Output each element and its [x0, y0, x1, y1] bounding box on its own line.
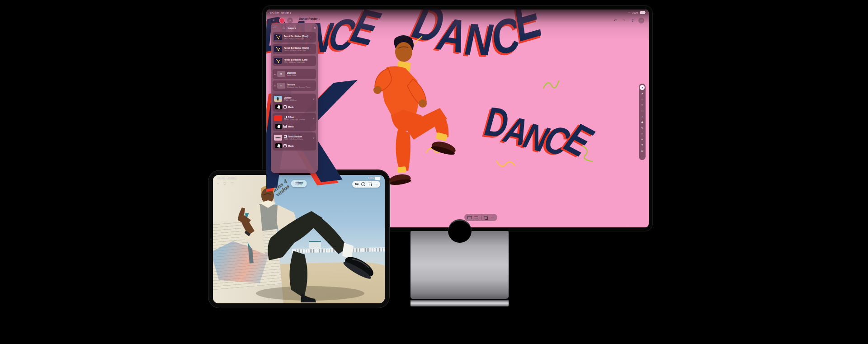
layer-row[interactable]: ✦DuotoneFalse Color — [274, 70, 315, 78]
ipad-status-right: ◠ 100% — [365, 177, 380, 180]
effects-badge-icon: ✦ — [274, 85, 277, 87]
tool-shape-icon[interactable]: ▢ — [640, 108, 645, 113]
layers-panel-header: ⋯ ☷ Layers × — [273, 25, 316, 31]
layer-tile: Dancer2741 × 4108 px∨Mask — [273, 94, 316, 112]
layer-tile: Pencil Scribbles (Right)1864 × 1178 px, … — [273, 44, 316, 54]
more-options-icon[interactable]: ⋯ — [374, 183, 377, 186]
canvas-size-icon[interactable] — [467, 216, 472, 219]
adjustments-icon[interactable] — [474, 216, 478, 219]
layer-row[interactable]: Foot Shadow754.6 × 25.3 px, Effects∨ — [274, 133, 315, 142]
layer-thumbnail — [277, 71, 285, 77]
document-status: Edited — [299, 21, 320, 23]
panel-grid-icon[interactable]: ☷ — [283, 26, 285, 29]
mask-row[interactable]: Mask — [274, 103, 315, 111]
ipad-date: Tue Apr 1 — [227, 177, 237, 179]
ipad-camera — [210, 239, 212, 240]
poster-canvas[interactable]: DANCE DANCE K DANCE — [266, 9, 649, 227]
favorite-heart-icon[interactable]: ♡ — [231, 181, 234, 185]
photo-toolbar-right: i ⋯ — [352, 181, 381, 188]
mask-row[interactable]: Mask — [274, 123, 315, 130]
more-button[interactable]: ⋯ — [638, 18, 644, 24]
photo-date-badge[interactable]: Friday 6:23 PM — [291, 180, 307, 187]
panel-more-button[interactable]: ⋯ — [273, 26, 279, 30]
group-stack-icon — [284, 135, 287, 138]
display-time: 9:41 AM — [270, 11, 279, 14]
tool-star-icon[interactable]: ★ — [640, 103, 645, 108]
layer-tile: Foot Shadow754.6 × 25.3 px, Effects∨Mask — [273, 132, 316, 151]
document-title-block[interactable]: Dance Poster ∨ Edited — [299, 17, 320, 23]
mask-label: Mask — [288, 106, 294, 108]
layer-row[interactable]: Offset4308 × 2736.8 px, Darken∨ — [274, 114, 315, 123]
tool-crop-icon[interactable]: ⊡ — [640, 149, 645, 153]
share-button[interactable]: ⇧ — [630, 19, 635, 23]
tool-arrow-icon[interactable]: ➤ — [640, 91, 645, 96]
layer-tile: ✦TextureSharpen, Line Screen, Post… — [273, 80, 316, 91]
chevron-down-icon[interactable]: ∨ — [313, 98, 315, 100]
share-icon[interactable]: ⇧ — [223, 181, 226, 185]
back-button[interactable]: ‹ — [271, 18, 277, 24]
tool-more-icon[interactable]: ⋯ — [640, 155, 645, 159]
display-date: Tue Apr 1 — [281, 11, 291, 14]
trash-icon[interactable] — [368, 183, 372, 186]
document-thumbnail-button[interactable] — [279, 18, 285, 24]
layer-row[interactable]: Pencil Scribbles (Right)1864 × 1178 px, … — [274, 45, 315, 53]
layer-row[interactable]: Pencil Scribbles (Left)770 × 1696 px, Vi… — [274, 57, 315, 65]
layer-tile: Pencil Scribbles (Foot)636 × 409 px, Viv… — [273, 32, 316, 42]
layer-info: False Color — [287, 74, 315, 76]
chevron-down-icon[interactable]: ∨ — [313, 137, 315, 139]
layers-list: Pencil Scribbles (Foot)636 × 409 px, Viv… — [273, 32, 316, 151]
layer-thumbnail — [274, 115, 282, 121]
tool-fill-icon[interactable]: ◐ — [640, 132, 645, 136]
tool-pencil-icon[interactable]: ✎ — [640, 126, 645, 130]
mask-badge-icon — [283, 144, 287, 147]
toolbar-divider — [481, 216, 481, 220]
photo-time: 6:23 PM — [295, 184, 303, 186]
mask-row[interactable]: Mask — [274, 142, 315, 150]
tool-text-icon[interactable]: T — [640, 143, 645, 147]
photo-toolbar-left: ‹ ⇧ ♡ — [217, 181, 234, 185]
back-button[interactable]: ‹ — [217, 181, 219, 185]
panel-close-button[interactable]: × — [311, 26, 316, 30]
dancer-illustration — [355, 28, 463, 218]
display-stand — [410, 231, 509, 299]
mask-label: Mask — [288, 145, 294, 147]
studio-display: DANCE DANCE K DANCE — [262, 5, 653, 231]
trash-icon[interactable] — [484, 216, 488, 219]
tool-line-icon[interactable]: / — [640, 114, 645, 119]
layer-row[interactable]: ✦TextureSharpen, Line Screen, Post… — [274, 81, 315, 90]
tool-diamond-icon[interactable]: ◆ — [640, 120, 645, 125]
layer-info: 2741 × 4108 px — [284, 99, 312, 101]
layer-row[interactable]: Dancer2741 × 4108 px∨ — [274, 94, 315, 103]
display-toolbar: ‹ + Dance Poster ∨ Edited ↶ ↷ ⇧ ⋯ — [266, 15, 649, 25]
edit-adjustments-icon[interactable] — [355, 184, 359, 185]
layer-info: Sharpen, Line Screen, Post… — [287, 86, 315, 88]
display-battery-pct: 100% — [632, 11, 638, 14]
squiggle-decoration — [496, 159, 517, 170]
battery-icon — [640, 11, 645, 14]
poster-word-bottom-right: DANCE — [482, 106, 590, 157]
layer-thumbnail — [274, 58, 282, 64]
display-screen: DANCE DANCE K DANCE — [266, 9, 649, 227]
redo-button[interactable]: ↷ — [621, 19, 627, 23]
wifi-icon: ◠ — [365, 177, 367, 179]
info-icon[interactable]: i — [361, 182, 365, 186]
layer-thumbnail — [274, 96, 282, 102]
display-status-bar: 9:41 AM Tue Apr 1 ◠ 100% — [266, 10, 649, 15]
chevron-down-icon[interactable]: ∨ — [313, 117, 315, 120]
wifi-icon: ◠ — [628, 12, 631, 14]
mask-thumbnail — [275, 104, 282, 109]
layers-panel-title: Layers — [288, 27, 311, 29]
battery-icon — [375, 177, 380, 180]
more-options-icon[interactable]: ⋯ — [491, 216, 494, 219]
layer-thumbnail — [277, 83, 285, 89]
layer-info: 4308 × 2736.8 px, Darken — [284, 118, 312, 121]
squiggle-decoration — [542, 77, 560, 91]
add-button[interactable]: + — [287, 18, 293, 24]
tool-pen-icon[interactable]: ✒ — [640, 137, 645, 142]
undo-button[interactable]: ↶ — [613, 19, 618, 23]
mask-thumbnail — [275, 143, 282, 148]
tool-cursor-icon[interactable]: ➤ — [640, 85, 645, 90]
tool-palette: ➤➤◌★▢/◆✎◐✒T⊡⋯ — [639, 84, 646, 160]
layer-row[interactable]: Pencil Scribbles (Foot)636 × 409 px, Viv… — [274, 33, 315, 42]
tool-lasso-icon[interactable]: ◌ — [640, 97, 645, 102]
